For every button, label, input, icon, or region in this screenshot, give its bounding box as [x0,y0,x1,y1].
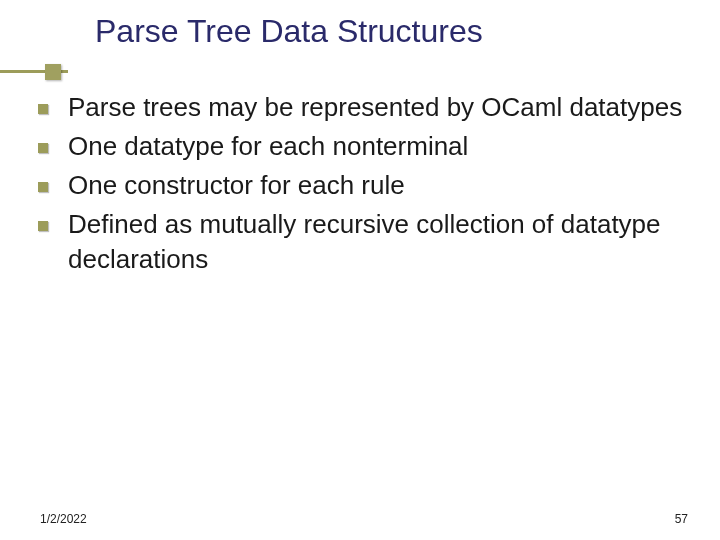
bullet-text: Parse trees may be represented by OCaml … [68,90,690,125]
footer: 1/2/2022 57 [0,512,720,526]
bullet-square-icon [38,221,48,231]
bullet-square-icon [38,104,48,114]
bullet-square-icon [38,182,48,192]
list-item: Defined as mutually recursive collection… [38,207,690,277]
bullet-text: One datatype for each nonterminal [68,129,690,164]
list-item: Parse trees may be represented by OCaml … [38,90,690,125]
footer-page-number: 57 [675,512,688,526]
footer-date: 1/2/2022 [40,512,87,526]
title-square-icon [45,64,61,80]
title-area: Parse Tree Data Structures [0,12,720,50]
list-item: One constructor for each rule [38,168,690,203]
slide-title: Parse Tree Data Structures [95,12,720,50]
bullet-square-icon [38,143,48,153]
bullet-text: One constructor for each rule [68,168,690,203]
list-item: One datatype for each nonterminal [38,129,690,164]
bullet-text: Defined as mutually recursive collection… [68,207,690,277]
slide: Parse Tree Data Structures Parse trees m… [0,0,720,540]
content-area: Parse trees may be represented by OCaml … [38,90,690,281]
